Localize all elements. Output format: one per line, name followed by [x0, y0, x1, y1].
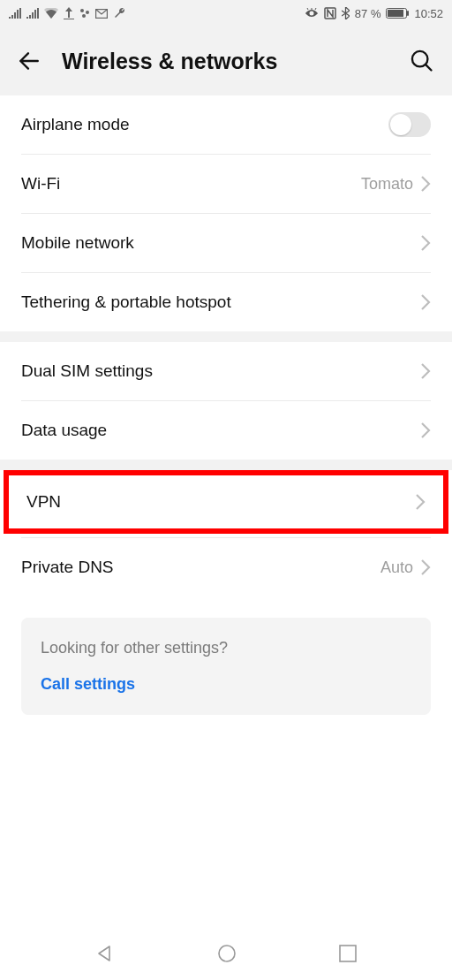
row-private-dns[interactable]: Private DNS Auto [0, 538, 452, 596]
search-icon[interactable] [410, 49, 434, 73]
row-label: Tethering & portable hotspot [21, 292, 420, 312]
row-value: Tomato [361, 175, 413, 194]
signal-icon [26, 8, 39, 19]
chevron-right-icon [420, 422, 431, 439]
mail-icon [95, 9, 108, 19]
row-vpn[interactable]: VPN [9, 475, 443, 528]
upload-icon [64, 7, 74, 19]
clock-text: 10:52 [414, 7, 443, 20]
dots-icon [79, 8, 90, 19]
back-icon[interactable] [18, 49, 41, 72]
page-title: Wireless & networks [62, 49, 388, 74]
bluetooth-icon [342, 7, 350, 19]
vpn-highlight: VPN [4, 470, 448, 534]
footer-card: Looking for other settings? Call setting… [21, 618, 431, 715]
row-data-usage[interactable]: Data usage [0, 401, 452, 460]
status-bar: 87 % 10:52 [0, 0, 452, 27]
nfc-icon [324, 7, 336, 19]
row-wifi[interactable]: Wi-Fi Tomato [0, 155, 452, 213]
chevron-right-icon [420, 558, 431, 576]
row-label: Data usage [21, 421, 420, 440]
wifi-icon [44, 8, 58, 19]
eye-icon [305, 8, 319, 19]
nav-bar [0, 927, 452, 980]
content: Airplane mode Wi-Fi Tomato Mobile networ… [0, 95, 452, 715]
row-tethering[interactable]: Tethering & portable hotspot [0, 273, 452, 331]
row-label: VPN [26, 492, 415, 512]
chevron-right-icon [420, 175, 431, 193]
footer-hint: Looking for other settings? [41, 639, 411, 657]
call-settings-link[interactable]: Call settings [41, 675, 411, 694]
wrench-icon [113, 7, 125, 19]
row-dual-sim[interactable]: Dual SIM settings [0, 342, 452, 400]
toggle-knob [390, 114, 411, 135]
row-label: Mobile network [21, 233, 420, 253]
signal-icon [9, 8, 21, 19]
nav-home-icon[interactable] [216, 943, 237, 964]
chevron-right-icon [420, 362, 431, 380]
airplane-toggle[interactable] [388, 112, 431, 137]
svg-rect-7 [407, 11, 409, 16]
nav-recent-icon[interactable] [338, 944, 358, 963]
chevron-right-icon [415, 493, 426, 511]
svg-rect-10 [340, 946, 356, 961]
svg-point-0 [80, 9, 84, 12]
svg-point-2 [82, 14, 86, 18]
row-value: Auto [380, 558, 413, 577]
status-right: 87 % 10:52 [305, 7, 443, 20]
row-airplane-mode[interactable]: Airplane mode [0, 95, 452, 154]
svg-rect-6 [388, 10, 403, 17]
row-label: Dual SIM settings [21, 361, 420, 381]
row-mobile-network[interactable]: Mobile network [0, 214, 452, 272]
header: Wireless & networks [0, 27, 452, 95]
battery-icon [386, 8, 409, 19]
status-left [9, 7, 125, 19]
chevron-right-icon [420, 293, 431, 311]
row-label: Airplane mode [21, 115, 388, 134]
battery-text: 87 % [355, 7, 381, 20]
chevron-right-icon [420, 234, 431, 252]
nav-back-icon[interactable] [94, 943, 116, 964]
row-label: Wi-Fi [21, 174, 361, 194]
svg-point-8 [412, 51, 428, 66]
svg-point-1 [86, 11, 89, 14]
svg-point-9 [219, 946, 235, 961]
row-label: Private DNS [21, 558, 380, 577]
